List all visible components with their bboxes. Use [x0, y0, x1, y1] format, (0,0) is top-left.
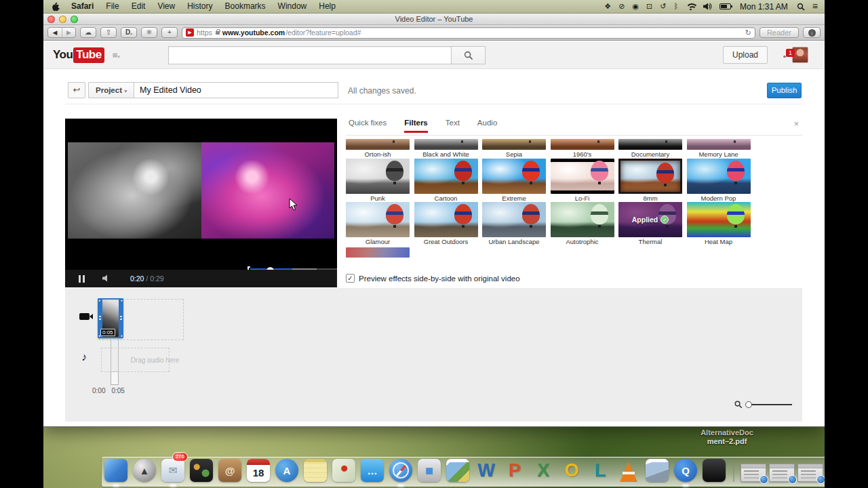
menu-bookmarks[interactable]: Bookmarks: [219, 1, 272, 11]
dock-photo-booth[interactable]: [189, 456, 214, 482]
dock-mail[interactable]: ✉276: [160, 456, 186, 482]
do-not-disturb-icon[interactable]: ⊘: [618, 0, 625, 13]
preview-checkbox-label[interactable]: Preview effects side-by-side with origin…: [359, 274, 520, 283]
dock-vlc[interactable]: [616, 456, 642, 482]
wifi-icon[interactable]: [686, 3, 696, 10]
dock-app-store[interactable]: A: [274, 456, 300, 482]
tab-text[interactable]: Text: [446, 119, 460, 133]
filter-glamour[interactable]: Glamour: [346, 202, 414, 245]
filter-black-and-white[interactable]: Black and White: [414, 139, 483, 158]
menu-clock[interactable]: Mon 1:31 AM: [738, 2, 789, 12]
address-bar[interactable]: ▶ https www.youtube.com /editor?feature=…: [182, 27, 755, 39]
filter-memory-lane[interactable]: Memory Lane: [687, 139, 755, 158]
dock-notes[interactable]: [302, 456, 328, 482]
dock-maps[interactable]: [331, 456, 357, 482]
menu-view[interactable]: View: [151, 1, 181, 11]
filter-item[interactable]: [346, 247, 414, 258]
audio-drop-zone[interactable]: Drag audio here: [101, 348, 170, 372]
spotlight-icon[interactable]: [797, 3, 805, 11]
record-icon[interactable]: ◉: [632, 0, 639, 13]
menu-file[interactable]: File: [100, 1, 125, 11]
filter-punk[interactable]: Punk: [346, 159, 414, 202]
project-menu-button[interactable]: Project ▾: [88, 82, 134, 98]
filter-8mm[interactable]: 8mm: [618, 159, 687, 202]
filter-sepia[interactable]: Sepia: [482, 139, 551, 158]
clip-trim-handle-right[interactable]: [119, 298, 123, 338]
close-panel-button[interactable]: ×: [793, 119, 799, 129]
guide-menu-button[interactable]: ≡▾: [113, 50, 120, 60]
preview-checkbox[interactable]: ✓: [346, 274, 355, 283]
menu-edit[interactable]: Edit: [125, 1, 152, 11]
search-button[interactable]: [452, 46, 486, 64]
desktop-file-label[interactable]: AlternativeDoc ment–2.pdf: [674, 428, 780, 446]
filter-heat-map[interactable]: Heat Map: [687, 202, 755, 245]
dock-quicktime[interactable]: Q: [673, 456, 698, 482]
dock-finder[interactable]: [103, 456, 129, 482]
forward-button[interactable]: ▶: [62, 28, 75, 37]
airplay-icon[interactable]: ⊡: [646, 0, 652, 13]
tab-quick-fixes[interactable]: Quick fixes: [349, 119, 387, 133]
dock-lync[interactable]: L: [587, 456, 613, 482]
time-machine-icon[interactable]: ↺: [660, 0, 666, 13]
window-titlebar[interactable]: Video Editor – YouTube: [43, 14, 825, 25]
dock-outlook[interactable]: O: [559, 456, 585, 482]
bluetooth-icon[interactable]: ᛒ: [674, 0, 679, 13]
zoom-slider-track[interactable]: [751, 404, 792, 405]
icloud-tabs-button[interactable]: ☁: [80, 27, 96, 38]
extension-d-button[interactable]: D.: [121, 27, 137, 38]
filter-extreme[interactable]: Extreme: [482, 159, 551, 202]
tab-audio[interactable]: Audio: [477, 119, 497, 133]
youtube-logo[interactable]: You Tube: [53, 47, 104, 63]
dock-powerpoint[interactable]: P: [502, 456, 528, 482]
dock-launchpad[interactable]: ▲: [132, 456, 157, 482]
filter-documentary[interactable]: Documentary: [618, 139, 687, 158]
battery-icon[interactable]: [719, 3, 731, 9]
publish-button[interactable]: Publish: [767, 83, 802, 98]
filter-autotrophic[interactable]: Autotrophic: [551, 202, 619, 245]
volume-icon[interactable]: [102, 272, 111, 285]
dock-contacts[interactable]: @: [217, 456, 243, 482]
volume-icon[interactable]: [703, 3, 712, 10]
pause-button[interactable]: [79, 275, 85, 283]
search-input[interactable]: [168, 46, 452, 64]
dock-minimized-window-2[interactable]: [769, 456, 795, 482]
dock-photos-polaroid[interactable]: [644, 456, 670, 482]
filter-orton-ish[interactable]: Orton-ish: [346, 139, 414, 158]
apple-menu[interactable]: [49, 2, 65, 12]
menu-safari[interactable]: Safari: [65, 1, 100, 11]
timeline-clip[interactable]: ◂ ▸ ◂ ▸ 0:05: [98, 298, 123, 338]
menu-window[interactable]: Window: [272, 1, 313, 11]
dock-iphoto[interactable]: [445, 456, 471, 482]
menu-history[interactable]: History: [181, 1, 218, 11]
dock-minimized-window-1[interactable]: [741, 456, 766, 482]
dock-facetime[interactable]: ◼: [416, 456, 442, 482]
menu-help[interactable]: Help: [313, 1, 342, 11]
project-back-button[interactable]: ↩: [68, 82, 85, 98]
tab-filters[interactable]: Filters: [404, 119, 428, 133]
dock-calendar[interactable]: 18: [245, 456, 271, 482]
playhead-handle[interactable]: [111, 371, 119, 385]
dock-black-app[interactable]: [701, 456, 727, 482]
dock-word[interactable]: W: [473, 456, 499, 482]
filter-urban-landscape[interactable]: Urban Landscape: [482, 202, 551, 245]
refresh-icon[interactable]: ↻: [745, 28, 751, 37]
dock-safari[interactable]: [388, 456, 414, 482]
filter-cartoon[interactable]: Cartoon: [414, 159, 483, 202]
filter-lo-fi[interactable]: Lo-Fi: [551, 159, 619, 202]
filter-1960-s[interactable]: 1960's: [551, 139, 619, 158]
extension-asterisk-button[interactable]: ✱: [141, 27, 157, 38]
new-tab-button[interactable]: +: [161, 27, 178, 38]
notification-center-icon[interactable]: ≡: [812, 0, 818, 13]
filter-great-outdoors[interactable]: Great Outdoors: [414, 202, 483, 245]
dock-minimized-window-3[interactable]: [797, 456, 823, 482]
project-name-input[interactable]: [134, 82, 338, 98]
upload-button[interactable]: Upload: [723, 46, 768, 64]
filter-thermal[interactable]: Applied✓Thermal: [618, 202, 687, 245]
downloads-button[interactable]: ↓: [803, 27, 821, 38]
dock-messages[interactable]: …: [359, 456, 385, 482]
filter-modern-pop[interactable]: Modern Pop: [687, 159, 755, 202]
reader-button[interactable]: Reader: [760, 27, 799, 38]
dropbox-icon[interactable]: ❖: [604, 0, 611, 13]
back-button[interactable]: ◀: [48, 28, 62, 37]
share-button[interactable]: ⇧: [100, 27, 117, 38]
